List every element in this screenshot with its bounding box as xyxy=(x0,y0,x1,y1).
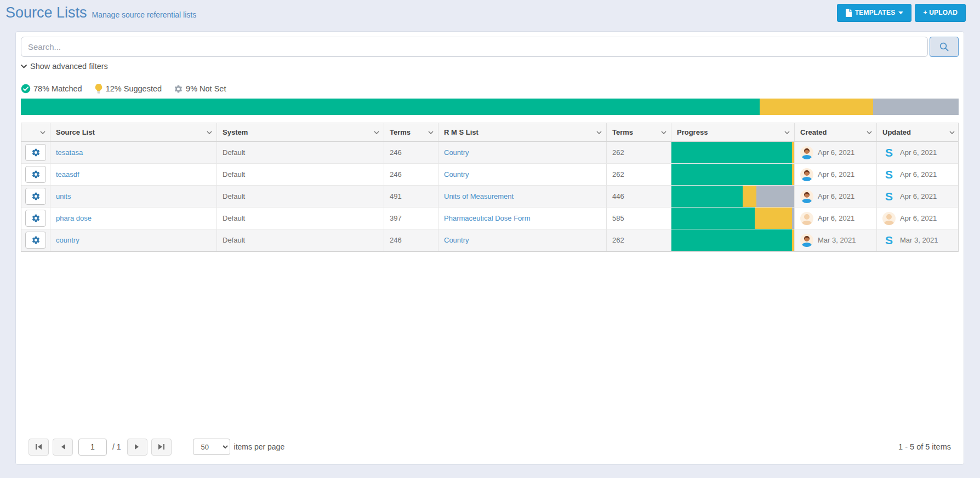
page-number-input[interactable] xyxy=(78,439,107,456)
updated-date: Apr 6, 2021 xyxy=(900,214,937,222)
check-circle-icon xyxy=(21,84,31,94)
updated-date: Apr 6, 2021 xyxy=(900,170,937,178)
chevron-down-icon[interactable] xyxy=(428,131,434,134)
row-progress-bar xyxy=(671,208,794,229)
not-set-segment xyxy=(756,186,794,207)
updated-by-avatar xyxy=(882,212,896,225)
updated-date: Apr 6, 2021 xyxy=(900,148,937,157)
suggested-segment xyxy=(760,99,873,115)
page-count-label: / 1 xyxy=(112,442,121,451)
pager: / 1 50 items per page 1 - 5 of 5 items xyxy=(21,434,959,459)
gear-icon xyxy=(31,170,41,179)
column-label: System xyxy=(223,128,248,136)
suggested-segment xyxy=(755,208,791,229)
chevron-down-icon[interactable] xyxy=(949,131,955,134)
first-page-button[interactable] xyxy=(29,439,49,456)
gear-icon xyxy=(174,84,183,94)
column-header-source-list[interactable]: Source List xyxy=(50,123,217,141)
terms-cell: 246 xyxy=(384,229,438,251)
source-list-link[interactable]: teaasdf xyxy=(56,170,79,178)
row-settings-button[interactable] xyxy=(25,210,46,227)
column-header-system[interactable]: System xyxy=(217,123,384,141)
legend-suggested: 12% Suggested xyxy=(94,84,162,94)
column-label: Terms xyxy=(612,128,633,136)
gear-icon xyxy=(31,148,41,157)
row-progress-bar xyxy=(671,164,794,185)
rms-list-link[interactable]: Units of Measurement xyxy=(444,192,514,200)
created-by-avatar xyxy=(800,168,813,181)
legend-matched-label: 78% Matched xyxy=(33,84,82,93)
column-header-terms[interactable]: Terms xyxy=(384,123,438,141)
column-header-progress[interactable]: Progress xyxy=(671,123,795,141)
chevron-down-icon[interactable] xyxy=(784,131,790,134)
chevron-down-icon xyxy=(21,65,27,68)
created-by-avatar xyxy=(800,190,813,203)
legend-not-set: 9% Not Set xyxy=(174,84,226,94)
chevron-down-icon[interactable] xyxy=(867,131,872,134)
system-cell: Default xyxy=(217,208,384,229)
source-list-link[interactable]: country xyxy=(56,236,79,244)
source-list-link[interactable]: tesatasa xyxy=(56,148,83,157)
system-cell: Default xyxy=(217,142,384,163)
row-progress-bar xyxy=(671,229,794,251)
page-header: Source Lists Manage source referential l… xyxy=(0,0,980,25)
created-by-avatar xyxy=(800,146,813,159)
next-page-button[interactable] xyxy=(127,439,147,456)
overall-progress-bar xyxy=(21,99,959,115)
matched-segment xyxy=(671,142,792,163)
last-page-button[interactable] xyxy=(151,439,172,456)
rms-list-link[interactable]: Country xyxy=(444,170,469,178)
system-cell: Default xyxy=(217,229,384,251)
page-subtitle: Manage source referential lists xyxy=(92,10,197,19)
column-header-created[interactable]: Created xyxy=(795,123,877,141)
next-page-icon xyxy=(134,444,140,450)
matched-segment xyxy=(671,164,792,185)
source-list-link[interactable]: phara dose xyxy=(56,214,92,222)
source-list-link[interactable]: units xyxy=(56,192,71,200)
advanced-filters-label: Show advanced filters xyxy=(30,62,108,71)
rms-terms-cell: 262 xyxy=(607,164,671,185)
matched-segment xyxy=(21,99,760,115)
table-row: teaasdf Default 246 Country 262 Apr 6, 2… xyxy=(21,164,958,186)
rms-list-link[interactable]: Country xyxy=(444,148,469,157)
show-advanced-filters-toggle[interactable]: Show advanced filters xyxy=(21,62,108,71)
chevron-down-icon[interactable] xyxy=(40,131,45,134)
templates-button[interactable]: TEMPLATES xyxy=(837,4,912,22)
row-progress-bar xyxy=(671,186,794,207)
suggested-segment xyxy=(792,164,794,185)
upload-button[interactable]: + UPLOAD xyxy=(915,4,966,22)
system-cell: Default xyxy=(217,186,384,207)
chevron-down-icon[interactable] xyxy=(596,131,602,134)
search-input[interactable] xyxy=(21,37,928,57)
search-button[interactable] xyxy=(930,37,959,57)
gear-icon xyxy=(31,235,41,245)
chevron-down-icon[interactable] xyxy=(207,131,212,134)
chevron-down-icon[interactable] xyxy=(374,131,379,134)
row-progress-bar xyxy=(671,142,794,163)
previous-page-button[interactable] xyxy=(53,439,73,456)
column-header-rms-terms[interactable]: Terms xyxy=(607,123,671,141)
column-header-rms-list[interactable]: R M S List xyxy=(438,123,607,141)
created-by-avatar xyxy=(800,212,813,225)
row-settings-button[interactable] xyxy=(25,166,46,183)
search-icon xyxy=(939,42,949,52)
chevron-down-icon[interactable] xyxy=(661,131,666,134)
updated-date: Mar 3, 2021 xyxy=(900,236,938,244)
rms-list-link[interactable]: Pharmaceutical Dose Form xyxy=(444,214,531,222)
row-settings-button[interactable] xyxy=(25,144,46,161)
last-page-icon xyxy=(157,444,165,450)
row-settings-button[interactable] xyxy=(25,188,46,205)
rms-list-link[interactable]: Country xyxy=(444,236,469,244)
gear-icon xyxy=(31,214,41,223)
column-label: Updated xyxy=(882,128,911,136)
terms-cell: 246 xyxy=(384,142,438,163)
page-size-select[interactable]: 50 xyxy=(193,439,230,455)
templates-button-label: TEMPLATES xyxy=(855,9,896,16)
updated-by-avatar xyxy=(882,146,896,159)
lightbulb-icon xyxy=(94,84,103,94)
page-title: Source Lists xyxy=(5,4,87,21)
column-header-updated[interactable]: Updated xyxy=(877,123,959,141)
rms-terms-cell: 262 xyxy=(607,229,671,251)
row-settings-button[interactable] xyxy=(25,232,46,249)
terms-cell: 491 xyxy=(384,186,438,207)
